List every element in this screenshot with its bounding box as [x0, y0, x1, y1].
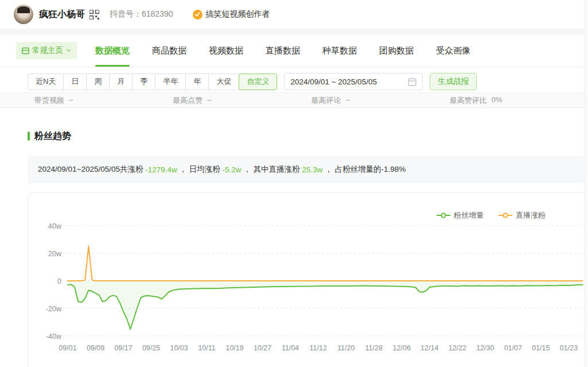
stat-最高点赞: 最高点赞– [173, 95, 311, 106]
tab-直播数据[interactable]: 直播数据 [266, 34, 300, 67]
x-tick-label: 12/30 [476, 344, 494, 352]
creator-badge: 搞笑短视频创作者 [193, 9, 270, 20]
x-tick-label: 12/14 [420, 344, 438, 352]
x-tick-label: 09/25 [142, 344, 160, 352]
summary-text: ， 日均涨粉 [177, 164, 223, 175]
summary-text: 2024/09/01~2025/05/05共涨粉 [38, 164, 145, 175]
profile-header: 疯狂小杨哥 抖音号：6182390 搞笑短视频创作者 [0, 0, 588, 29]
series-area-粉丝增量 [68, 281, 583, 329]
avatar [14, 5, 33, 24]
y-tick-label: -40w [46, 333, 62, 341]
fans-summary: 2024/09/01~2025/05/05共涨粉 -1279.4w ， 日均涨粉… [28, 156, 588, 183]
home-pill-label: 常规主页 [32, 45, 63, 56]
x-tick-label: 12/06 [393, 344, 411, 352]
primary-nav: 常规主页 数据概览商品数据视频数据直播数据种草数据团购数据受众画像 [0, 34, 588, 67]
section-accent-bar [28, 132, 30, 141]
main-content: 近N天日周月季半年年大促自定义 2024/09/01 ~ 2025/05/05 … [0, 73, 588, 367]
x-tick-label: 10/03 [170, 344, 188, 352]
y-tick-label: 20w [48, 250, 62, 258]
y-tick-label: -20w [46, 305, 62, 313]
fans-trend-chart: 40w20w0-20w-40w09/0109/0909/1709/2510/03… [28, 193, 588, 367]
stats-row: 带货视频–最高点赞–最高评论–最高赞评比0% [0, 92, 588, 108]
x-tick-label: 11/28 [365, 344, 383, 352]
x-tick-label: 01/15 [532, 344, 550, 352]
tab-数据概览[interactable]: 数据概览 [95, 34, 130, 67]
qr-code-icon[interactable] [89, 10, 99, 20]
calendar-icon [22, 47, 29, 55]
segment-季[interactable]: 季 [132, 74, 155, 90]
series-line-直播涨粉 [68, 246, 583, 281]
summary-value: -5.2w [223, 165, 242, 174]
date-range-input[interactable]: 2024/09/01 ~ 2025/05/05 [284, 73, 423, 90]
segment-周[interactable]: 周 [86, 74, 110, 90]
x-tick-label: 01/23 [560, 344, 578, 352]
page-divider [0, 29, 588, 34]
x-tick-label: 10/19 [225, 344, 243, 352]
summary-text: ， 占粉丝增量的-1.98% [322, 164, 406, 175]
segment-年[interactable]: 年 [185, 74, 209, 90]
verified-check-icon [193, 10, 203, 20]
stat-带货视频: 带货视频– [34, 95, 173, 106]
badge-label: 搞笑短视频创作者 [206, 9, 270, 20]
chevron-down-icon [66, 49, 71, 52]
tab-视频数据[interactable]: 视频数据 [209, 34, 243, 67]
date-segment-group: 近N天日周月季半年年大促自定义 [28, 74, 277, 90]
summary-value: -1279.4w [145, 165, 177, 174]
x-tick-label: 10/27 [254, 344, 271, 352]
y-tick-label: 0 [57, 277, 61, 285]
x-tick-label: 11/20 [337, 344, 355, 352]
nav-tabs: 数据概览商品数据视频数据直播数据种草数据团购数据受众画像 [95, 34, 470, 67]
generate-report-button[interactable]: 生成战报 [430, 73, 477, 90]
x-tick-label: 12/22 [449, 344, 466, 352]
x-tick-label: 09/17 [114, 344, 132, 352]
calendar-icon [408, 78, 416, 86]
section-title-text: 粉丝趋势 [34, 130, 71, 142]
segment-大促[interactable]: 大促 [208, 74, 239, 90]
home-pill[interactable]: 常规主页 [16, 42, 77, 59]
account-name: 疯狂小杨哥 [39, 9, 85, 21]
fans-trend-chart-card: 粉丝增量直播涨粉 40w20w0-20w-40w09/0109/0909/170… [28, 192, 588, 367]
segment-日[interactable]: 日 [63, 74, 87, 90]
y-tick-label: 40w [48, 222, 62, 230]
summary-text: ， 其中直播涨粉 [242, 164, 302, 175]
filter-row: 近N天日周月季半年年大促自定义 2024/09/01 ~ 2025/05/05 … [28, 73, 588, 90]
tab-商品数据[interactable]: 商品数据 [152, 34, 186, 67]
chart-plot-area[interactable]: 40w20w0-20w-40w09/0109/0909/1709/2510/03… [28, 193, 588, 367]
segment-月[interactable]: 月 [109, 74, 133, 90]
summary-value: 25.3w [302, 165, 322, 174]
segment-自定义[interactable]: 自定义 [239, 74, 277, 90]
scrollbar-track[interactable] [584, 0, 588, 367]
x-tick-label: 11/12 [310, 344, 327, 352]
stat-最高评论: 最高评论– [311, 95, 450, 106]
x-tick-label: 11/04 [282, 344, 299, 352]
tab-种草数据[interactable]: 种草数据 [322, 34, 357, 67]
x-tick-label: 09/09 [87, 344, 104, 352]
douyin-id: 抖音号：6182390 [110, 9, 173, 20]
section-title: 粉丝趋势 [28, 130, 588, 142]
tab-受众画像[interactable]: 受众画像 [436, 34, 470, 67]
stat-最高赞评比: 最高赞评比0% [450, 95, 588, 106]
segment-半年[interactable]: 半年 [155, 74, 186, 90]
x-tick-label: 01/07 [504, 344, 522, 352]
tab-团购数据[interactable]: 团购数据 [379, 34, 414, 67]
date-range-value: 2024/09/01 ~ 2025/05/05 [290, 78, 377, 86]
x-tick-label: 10/11 [198, 344, 215, 352]
segment-近N天[interactable]: 近N天 [28, 74, 64, 90]
x-tick-label: 09/01 [59, 344, 76, 352]
